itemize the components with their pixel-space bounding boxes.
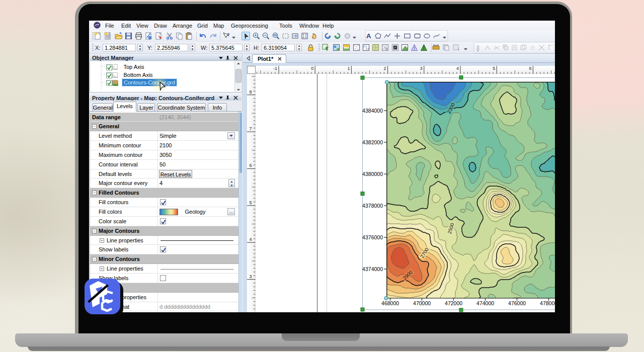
- svg-text:2: 2: [383, 66, 386, 71]
- svg-text:3: 3: [249, 274, 252, 279]
- svg-text:A: A: [366, 32, 371, 40]
- svg-text:3: 3: [420, 66, 422, 71]
- svg-text:5: 5: [493, 66, 495, 71]
- svg-text:5: 5: [249, 200, 252, 205]
- svg-text:468000: 468000: [381, 300, 399, 306]
- svg-text:4376000: 4376000: [362, 234, 383, 240]
- svg-text:-1: -1: [273, 66, 277, 71]
- svg-text:8: 8: [249, 90, 252, 95]
- svg-text:7: 7: [249, 126, 252, 131]
- svg-text:6: 6: [249, 163, 252, 168]
- svg-text:4380000: 4380000: [362, 171, 383, 177]
- svg-text:474000: 474000: [476, 300, 494, 306]
- svg-text:1: 1: [347, 66, 350, 71]
- svg-text:4: 4: [456, 66, 458, 71]
- svg-text:6: 6: [529, 66, 531, 71]
- svg-text:0: 0: [311, 66, 313, 71]
- svg-text:4374000: 4374000: [362, 266, 383, 272]
- svg-text:470000: 470000: [413, 300, 431, 306]
- svg-text:4382000: 4382000: [362, 139, 383, 145]
- svg-text:478000: 478000: [540, 300, 555, 306]
- svg-text:3.4: 3.4: [366, 47, 369, 50]
- svg-text:4: 4: [249, 237, 252, 242]
- svg-text:4384000: 4384000: [362, 108, 383, 114]
- svg-text:472000: 472000: [445, 300, 462, 306]
- svg-text:476000: 476000: [508, 300, 526, 306]
- svg-text:4378000: 4378000: [362, 203, 383, 209]
